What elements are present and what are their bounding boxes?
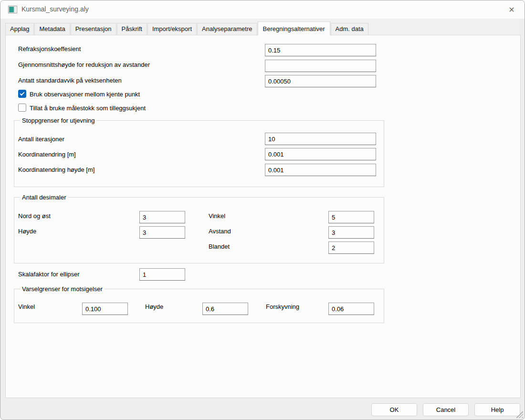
tab-paskrift[interactable]: Påskrift	[117, 23, 147, 35]
varsel-hoyde-input[interactable]	[202, 303, 248, 315]
tab-presentasjon[interactable]: Presentasjon	[71, 23, 116, 35]
app-icon-fill	[9, 7, 14, 12]
blandet-label: Blandet	[209, 243, 230, 250]
help-button[interactable]: Help	[474, 403, 520, 416]
bruk-observasjoner-label: Bruk observasjoner mellom kjente punkt	[30, 91, 140, 98]
app-icon-divider	[15, 7, 15, 12]
app-icon	[8, 6, 17, 13]
desimaler-hoyde-input[interactable]	[139, 226, 185, 239]
tab-analyseparametre[interactable]: Analyseparametre	[197, 23, 257, 35]
koordinatendring-label: Koordinatendring [m]	[18, 151, 76, 158]
standardavvik-input[interactable]	[265, 75, 376, 87]
varselgrenser-group-title: Varselgrenser for motsigelser	[20, 285, 105, 293]
dialog-window: Kursmal_surveying.aly ✕ Applag Metadata …	[0, 0, 525, 420]
tab-metadata[interactable]: Metadata	[34, 23, 70, 35]
desimaler-vinkel-input[interactable]	[328, 211, 374, 223]
blandet-input[interactable]	[328, 242, 374, 254]
tab-beregningsalternativer[interactable]: Beregningsalternativer	[258, 21, 330, 35]
skalafaktor-label: Skalafaktor for ellipser	[18, 271, 80, 278]
desimaler-vinkel-label: Vinkel	[209, 212, 225, 220]
koordinatendring-input[interactable]	[265, 148, 376, 160]
tab-import-eksport[interactable]: Import/eksport	[147, 23, 197, 35]
tillat-malestokk-checkbox[interactable]	[18, 104, 26, 112]
varsel-hoyde-label: Høyde	[145, 303, 163, 310]
koordinatendring-hoyde-label: Koordinatendring høyde [m]	[18, 166, 94, 173]
desimaler-hoyde-label: Høyde	[18, 228, 36, 235]
bruk-observasjoner-checkbox[interactable]	[18, 90, 26, 98]
tab-strip: Applag Metadata Presentasjon Påskrift Im…	[5, 19, 520, 35]
cancel-button[interactable]: Cancel	[423, 403, 469, 416]
tab-applag[interactable]: Applag	[5, 23, 34, 35]
nord-og-ost-input[interactable]	[139, 211, 185, 223]
tab-page-beregningsalternativer: Refraksjonskoeffesient Gjennomsnittshøyd…	[5, 35, 521, 398]
antall-iterasjoner-input[interactable]	[265, 133, 376, 145]
stoppgrenser-group-title: Stoppgrenser for utjevning	[20, 117, 96, 124]
gjennomsnittshoyde-label: Gjennomsnittshøyde for reduksjon av avst…	[18, 61, 150, 68]
refraksjonskoeffesient-label: Refraksjonskoeffesient	[18, 45, 81, 52]
title-bar: Kursmal_surveying.aly ✕	[0, 0, 525, 19]
varsel-vinkel-label: Vinkel	[18, 303, 35, 310]
avstand-label: Avstand	[209, 228, 231, 235]
forskyvning-input[interactable]	[328, 303, 374, 315]
koordinatendring-hoyde-input[interactable]	[265, 164, 376, 176]
skalafaktor-input[interactable]	[139, 268, 185, 281]
resize-grip-icon[interactable]	[516, 411, 523, 418]
avstand-input[interactable]	[328, 226, 374, 239]
varsel-vinkel-input[interactable]	[82, 303, 128, 315]
refraksjonskoeffesient-input[interactable]	[265, 44, 376, 56]
close-icon[interactable]: ✕	[504, 3, 520, 16]
gjennomsnittshoyde-input[interactable]	[265, 60, 376, 72]
nord-og-ost-label: Nord og øst	[18, 212, 51, 220]
tillat-malestokk-label: Tillat å bruke målestokk som tilleggsukj…	[30, 105, 146, 112]
antall-iterasjoner-label: Antall iterasjoner	[18, 136, 64, 143]
window-title: Kursmal_surveying.aly	[21, 5, 89, 13]
antall-desimaler-group-title: Antall desimaler	[20, 194, 68, 201]
forskyvning-label: Forskyvning	[266, 303, 299, 310]
checkmark-icon	[20, 91, 25, 96]
standardavvik-label: Antatt standardavvik på vektsenheten	[18, 77, 122, 84]
ok-button[interactable]: OK	[371, 403, 417, 416]
tab-adm-data[interactable]: Adm. data	[331, 23, 368, 35]
